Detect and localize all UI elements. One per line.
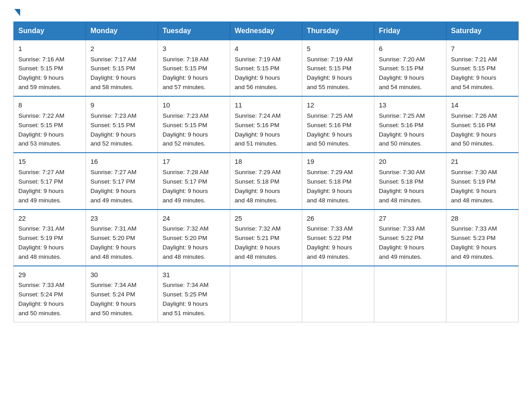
calendar-cell: 7Sunrise: 7:21 AMSunset: 5:15 PMDaylight… <box>446 40 519 96</box>
day-info: Sunrise: 7:21 AMSunset: 5:15 PMDaylight:… <box>451 55 514 93</box>
column-header-saturday: Saturday <box>446 22 519 40</box>
day-number: 26 <box>307 214 369 224</box>
day-number: 7 <box>451 44 514 54</box>
day-info: Sunrise: 7:23 AMSunset: 5:15 PMDaylight:… <box>163 111 225 149</box>
day-number: 20 <box>379 157 442 167</box>
column-header-tuesday: Tuesday <box>158 22 230 40</box>
calendar-cell: 27Sunrise: 7:33 AMSunset: 5:22 PMDayligh… <box>374 210 446 266</box>
day-number: 24 <box>163 214 225 224</box>
calendar-cell: 8Sunrise: 7:22 AMSunset: 5:15 PMDaylight… <box>14 96 86 153</box>
day-number: 22 <box>18 214 81 224</box>
day-info: Sunrise: 7:33 AMSunset: 5:24 PMDaylight:… <box>18 281 81 318</box>
calendar-cell: 29Sunrise: 7:33 AMSunset: 5:24 PMDayligh… <box>14 266 86 322</box>
calendar-cell: 13Sunrise: 7:25 AMSunset: 5:16 PMDayligh… <box>374 96 446 153</box>
calendar-cell: 21Sunrise: 7:30 AMSunset: 5:19 PMDayligh… <box>446 153 519 209</box>
calendar-cell: 20Sunrise: 7:30 AMSunset: 5:18 PMDayligh… <box>374 153 446 209</box>
day-info: Sunrise: 7:24 AMSunset: 5:16 PMDaylight:… <box>235 111 297 149</box>
calendar-cell <box>230 266 302 322</box>
calendar-header-row: SundayMondayTuesdayWednesdayThursdayFrid… <box>14 22 519 40</box>
day-number: 13 <box>379 100 442 111</box>
day-info: Sunrise: 7:34 AMSunset: 5:24 PMDaylight:… <box>90 281 153 318</box>
day-info: Sunrise: 7:19 AMSunset: 5:15 PMDaylight:… <box>307 55 369 93</box>
calendar-cell: 2Sunrise: 7:17 AMSunset: 5:15 PMDaylight… <box>86 40 158 96</box>
day-number: 9 <box>90 100 153 111</box>
calendar-cell: 24Sunrise: 7:32 AMSunset: 5:20 PMDayligh… <box>158 210 230 266</box>
calendar-cell: 19Sunrise: 7:29 AMSunset: 5:18 PMDayligh… <box>302 153 374 209</box>
day-info: Sunrise: 7:16 AMSunset: 5:15 PMDaylight:… <box>18 55 81 93</box>
logo-top <box>13 9 20 15</box>
calendar-cell: 30Sunrise: 7:34 AMSunset: 5:24 PMDayligh… <box>86 266 158 322</box>
logo-arrow-icon <box>14 9 20 16</box>
day-number: 19 <box>307 157 369 167</box>
day-number: 3 <box>163 44 225 54</box>
day-info: Sunrise: 7:32 AMSunset: 5:20 PMDaylight:… <box>163 224 225 262</box>
calendar-cell <box>302 266 374 322</box>
day-number: 28 <box>451 214 514 224</box>
day-info: Sunrise: 7:30 AMSunset: 5:19 PMDaylight:… <box>451 168 514 206</box>
day-number: 2 <box>90 44 153 54</box>
day-number: 31 <box>163 270 225 280</box>
column-header-wednesday: Wednesday <box>230 22 302 40</box>
day-info: Sunrise: 7:33 AMSunset: 5:22 PMDaylight:… <box>307 224 369 262</box>
calendar-cell: 12Sunrise: 7:25 AMSunset: 5:16 PMDayligh… <box>302 96 374 153</box>
day-number: 23 <box>90 214 153 224</box>
day-number: 21 <box>451 157 514 167</box>
day-info: Sunrise: 7:29 AMSunset: 5:18 PMDaylight:… <box>307 168 369 206</box>
logo <box>13 9 20 13</box>
calendar-cell <box>374 266 446 322</box>
calendar-cell <box>446 266 519 322</box>
day-info: Sunrise: 7:31 AMSunset: 5:20 PMDaylight:… <box>90 224 153 262</box>
calendar-week-row: 15Sunrise: 7:27 AMSunset: 5:17 PMDayligh… <box>14 153 519 209</box>
column-header-sunday: Sunday <box>14 22 86 40</box>
calendar-week-row: 1Sunrise: 7:16 AMSunset: 5:15 PMDaylight… <box>14 40 519 96</box>
calendar-cell: 14Sunrise: 7:26 AMSunset: 5:16 PMDayligh… <box>446 96 519 153</box>
day-info: Sunrise: 7:25 AMSunset: 5:16 PMDaylight:… <box>379 111 442 149</box>
day-info: Sunrise: 7:17 AMSunset: 5:15 PMDaylight:… <box>90 55 153 93</box>
calendar-cell: 16Sunrise: 7:27 AMSunset: 5:17 PMDayligh… <box>86 153 158 209</box>
day-number: 17 <box>163 157 225 167</box>
calendar-cell: 6Sunrise: 7:20 AMSunset: 5:15 PMDaylight… <box>374 40 446 96</box>
day-info: Sunrise: 7:34 AMSunset: 5:25 PMDaylight:… <box>163 281 225 318</box>
calendar-cell: 31Sunrise: 7:34 AMSunset: 5:25 PMDayligh… <box>158 266 230 322</box>
day-number: 11 <box>235 100 297 111</box>
calendar-cell: 4Sunrise: 7:19 AMSunset: 5:15 PMDaylight… <box>230 40 302 96</box>
day-number: 4 <box>235 44 297 54</box>
calendar-week-row: 8Sunrise: 7:22 AMSunset: 5:15 PMDaylight… <box>14 96 519 153</box>
day-number: 18 <box>235 157 297 167</box>
day-number: 15 <box>18 157 81 167</box>
calendar-week-row: 22Sunrise: 7:31 AMSunset: 5:19 PMDayligh… <box>14 210 519 266</box>
calendar-cell: 3Sunrise: 7:18 AMSunset: 5:15 PMDaylight… <box>158 40 230 96</box>
calendar-cell: 28Sunrise: 7:33 AMSunset: 5:23 PMDayligh… <box>446 210 519 266</box>
day-info: Sunrise: 7:31 AMSunset: 5:19 PMDaylight:… <box>18 224 81 262</box>
day-number: 6 <box>379 44 442 54</box>
day-number: 8 <box>18 100 81 111</box>
day-info: Sunrise: 7:33 AMSunset: 5:23 PMDaylight:… <box>451 224 514 262</box>
day-info: Sunrise: 7:32 AMSunset: 5:21 PMDaylight:… <box>235 224 297 262</box>
column-header-thursday: Thursday <box>302 22 374 40</box>
day-info: Sunrise: 7:20 AMSunset: 5:15 PMDaylight:… <box>379 55 442 93</box>
day-number: 30 <box>90 270 153 280</box>
day-number: 5 <box>307 44 369 54</box>
day-info: Sunrise: 7:33 AMSunset: 5:22 PMDaylight:… <box>379 224 442 262</box>
calendar-week-row: 29Sunrise: 7:33 AMSunset: 5:24 PMDayligh… <box>14 266 519 322</box>
day-number: 1 <box>18 44 81 54</box>
day-number: 29 <box>18 270 81 280</box>
column-header-monday: Monday <box>86 22 158 40</box>
day-info: Sunrise: 7:27 AMSunset: 5:17 PMDaylight:… <box>18 168 81 206</box>
calendar-cell: 9Sunrise: 7:23 AMSunset: 5:15 PMDaylight… <box>86 96 158 153</box>
day-info: Sunrise: 7:25 AMSunset: 5:16 PMDaylight:… <box>307 111 369 149</box>
calendar-table: SundayMondayTuesdayWednesdayThursdayFrid… <box>13 21 519 322</box>
calendar-cell: 5Sunrise: 7:19 AMSunset: 5:15 PMDaylight… <box>302 40 374 96</box>
day-info: Sunrise: 7:18 AMSunset: 5:15 PMDaylight:… <box>163 55 225 93</box>
calendar-cell: 17Sunrise: 7:28 AMSunset: 5:17 PMDayligh… <box>158 153 230 209</box>
calendar-cell: 18Sunrise: 7:29 AMSunset: 5:18 PMDayligh… <box>230 153 302 209</box>
day-number: 25 <box>235 214 297 224</box>
calendar-cell: 23Sunrise: 7:31 AMSunset: 5:20 PMDayligh… <box>86 210 158 266</box>
calendar-cell: 22Sunrise: 7:31 AMSunset: 5:19 PMDayligh… <box>14 210 86 266</box>
day-info: Sunrise: 7:28 AMSunset: 5:17 PMDaylight:… <box>163 168 225 206</box>
day-number: 27 <box>379 214 442 224</box>
day-info: Sunrise: 7:30 AMSunset: 5:18 PMDaylight:… <box>379 168 442 206</box>
calendar-cell: 11Sunrise: 7:24 AMSunset: 5:16 PMDayligh… <box>230 96 302 153</box>
day-info: Sunrise: 7:26 AMSunset: 5:16 PMDaylight:… <box>451 111 514 149</box>
page-header <box>13 9 519 13</box>
